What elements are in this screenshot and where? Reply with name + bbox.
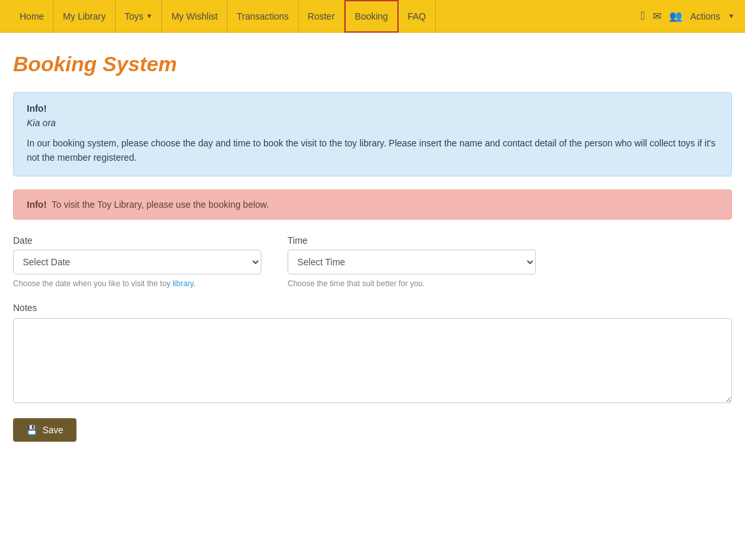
save-icon: 💾 <box>26 425 37 435</box>
info-pink-text: To visit the Toy Library, please use the… <box>52 199 269 210</box>
date-hint: Choose the date when you like to visit t… <box>13 278 261 289</box>
info-pink-label: Info! <box>27 199 46 210</box>
time-select[interactable]: Select Time <box>288 250 536 274</box>
nav-faq[interactable]: FAQ <box>399 0 436 33</box>
facebook-icon[interactable]:  <box>641 9 646 23</box>
info-box-blue: Info! Kia ora In our booking system, ple… <box>13 92 732 176</box>
save-button[interactable]: 💾 Save <box>13 418 76 442</box>
time-group: Time Select Time Choose the time that su… <box>288 235 536 289</box>
nav-home[interactable]: Home <box>10 0 54 33</box>
users-icon: 👥 <box>669 10 682 22</box>
date-time-row: Date Select Date Choose the date when yo… <box>13 235 732 289</box>
date-label: Date <box>13 235 261 246</box>
nav-toys[interactable]: Toys ▼ <box>116 0 163 33</box>
nav-roster[interactable]: Roster <box>299 0 344 33</box>
nav-booking[interactable]: Booking <box>344 0 399 33</box>
notes-label: Notes <box>13 303 732 313</box>
nav-my-wishlist[interactable]: My Wishlist <box>162 0 227 33</box>
save-button-label: Save <box>42 425 63 435</box>
info-blue-body: In our booking system, please choose the… <box>27 136 718 165</box>
main-content: Booking System Info! Kia ora In our book… <box>0 33 745 468</box>
navbar: Home My Library Toys ▼ My Wishlist Trans… <box>0 0 745 33</box>
toys-dropdown-icon: ▼ <box>146 12 153 20</box>
time-hint: Choose the time that suit better for you… <box>288 278 536 289</box>
date-select[interactable]: Select Date <box>13 250 261 274</box>
info-box-pink: Info! To visit the Toy Library, please u… <box>13 189 732 220</box>
email-icon[interactable]: ✉ <box>653 10 661 22</box>
date-group: Date Select Date Choose the date when yo… <box>13 235 261 289</box>
date-hint-link: library. <box>173 279 195 288</box>
nav-my-library[interactable]: My Library <box>54 0 115 33</box>
time-label: Time <box>288 235 536 246</box>
page-title: Booking System <box>13 52 732 76</box>
info-blue-subtitle: Kia ora <box>27 118 718 128</box>
nav-right:  ✉ 👥 Actions ▼ <box>641 9 735 23</box>
actions-dropdown-icon: ▼ <box>728 12 735 20</box>
notes-textarea[interactable] <box>13 318 732 403</box>
nav-items: Home My Library Toys ▼ My Wishlist Trans… <box>10 0 641 33</box>
info-blue-title: Info! <box>27 103 718 114</box>
nav-transactions[interactable]: Transactions <box>227 0 299 33</box>
actions-label[interactable]: Actions <box>690 11 720 22</box>
